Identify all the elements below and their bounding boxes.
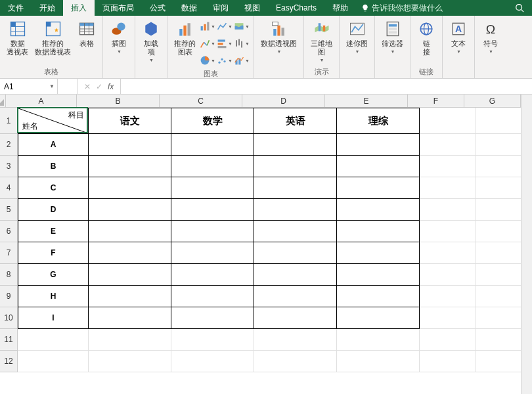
cell[interactable] bbox=[476, 199, 521, 221]
cell[interactable] bbox=[476, 242, 521, 264]
row-header[interactable]: 2 bbox=[0, 134, 18, 156]
cell[interactable] bbox=[337, 264, 420, 286]
cell[interactable]: C bbox=[18, 177, 89, 199]
cell[interactable]: A bbox=[18, 134, 89, 156]
cell[interactable]: H bbox=[18, 286, 89, 307]
cell[interactable] bbox=[476, 351, 521, 372]
cell[interactable] bbox=[254, 264, 337, 286]
column-header[interactable]: A bbox=[6, 95, 77, 108]
cell[interactable] bbox=[420, 221, 476, 242]
cell[interactable] bbox=[254, 177, 337, 199]
chart-scatter-button[interactable]: ▼ bbox=[217, 53, 233, 68]
cell[interactable] bbox=[254, 221, 337, 242]
cell[interactable] bbox=[18, 329, 89, 351]
menu-review[interactable]: 审阅 bbox=[205, 0, 236, 16]
column-header[interactable]: G bbox=[464, 95, 521, 108]
cancel-icon[interactable]: ✕ bbox=[84, 82, 91, 91]
cell[interactable] bbox=[420, 156, 476, 177]
cell[interactable] bbox=[476, 286, 521, 307]
cell[interactable] bbox=[337, 177, 420, 199]
cell[interactable] bbox=[89, 329, 171, 351]
cell[interactable] bbox=[254, 307, 337, 329]
menu-file[interactable]: 文件 bbox=[0, 0, 32, 16]
cell[interactable] bbox=[171, 351, 254, 372]
cell[interactable] bbox=[89, 264, 171, 286]
cell[interactable] bbox=[476, 264, 521, 286]
vertical-scrollbar[interactable] bbox=[521, 95, 532, 394]
cell[interactable] bbox=[420, 307, 476, 329]
sparklines-button[interactable]: 迷你图 ▼ bbox=[344, 18, 370, 55]
grid-body[interactable]: 科目姓名语文数学英语理综ABCDEFGHI bbox=[18, 108, 521, 394]
cell[interactable]: B bbox=[18, 156, 89, 177]
column-header[interactable]: D bbox=[242, 95, 325, 108]
row-header[interactable]: 11 bbox=[0, 329, 18, 351]
cell[interactable] bbox=[171, 221, 254, 242]
search-icon[interactable] bbox=[507, 0, 532, 16]
cell[interactable] bbox=[420, 264, 476, 286]
column-header[interactable]: F bbox=[408, 95, 464, 108]
cell[interactable] bbox=[254, 286, 337, 307]
formula-bar-input[interactable] bbox=[121, 79, 532, 94]
cell[interactable] bbox=[171, 307, 254, 329]
cell[interactable] bbox=[420, 351, 476, 372]
chart-map-button[interactable]: ▼ bbox=[234, 18, 250, 34]
pivot-chart-button[interactable]: 数据透视图 ▼ bbox=[258, 18, 299, 55]
cell[interactable] bbox=[171, 286, 254, 307]
cell[interactable] bbox=[337, 242, 420, 264]
cell[interactable] bbox=[476, 221, 521, 242]
cell[interactable]: 语文 bbox=[89, 108, 171, 134]
cell[interactable] bbox=[89, 134, 171, 156]
cell[interactable] bbox=[171, 156, 254, 177]
cell[interactable] bbox=[420, 329, 476, 351]
cell[interactable] bbox=[89, 351, 171, 372]
cell[interactable] bbox=[89, 177, 171, 199]
cell[interactable] bbox=[337, 221, 420, 242]
row-header[interactable]: 3 bbox=[0, 156, 18, 177]
fx-icon[interactable]: fx bbox=[108, 82, 114, 91]
menu-formulas[interactable]: 公式 bbox=[142, 0, 173, 16]
cell[interactable] bbox=[337, 307, 420, 329]
cell[interactable] bbox=[89, 286, 171, 307]
cell[interactable] bbox=[171, 134, 254, 156]
cell[interactable] bbox=[171, 199, 254, 221]
cell[interactable] bbox=[476, 177, 521, 199]
chart-bar-button[interactable]: ▼ bbox=[217, 35, 233, 51]
row-header[interactable]: 6 bbox=[0, 221, 18, 242]
cell[interactable] bbox=[89, 221, 171, 242]
cell[interactable] bbox=[254, 329, 337, 351]
cell[interactable] bbox=[337, 351, 420, 372]
cell[interactable] bbox=[476, 307, 521, 329]
text-button[interactable]: A 文本 ▼ bbox=[447, 18, 470, 55]
cell[interactable] bbox=[18, 351, 89, 372]
cell[interactable]: F bbox=[18, 242, 89, 264]
cell[interactable] bbox=[89, 242, 171, 264]
cell[interactable]: I bbox=[18, 307, 89, 329]
select-all-corner[interactable] bbox=[0, 95, 6, 108]
chart-combo-button[interactable]: ▼ bbox=[234, 53, 250, 68]
cell[interactable] bbox=[337, 329, 420, 351]
cell[interactable] bbox=[171, 242, 254, 264]
cell[interactable]: E bbox=[18, 221, 89, 242]
cell[interactable] bbox=[420, 286, 476, 307]
cell[interactable] bbox=[476, 134, 521, 156]
slicer-button[interactable]: 筛选器 ▼ bbox=[379, 18, 406, 55]
cell[interactable] bbox=[337, 286, 420, 307]
cell[interactable] bbox=[171, 329, 254, 351]
menu-data[interactable]: 数据 bbox=[173, 0, 205, 16]
illustrations-button[interactable]: 插图 ▼ bbox=[107, 18, 131, 55]
row-header[interactable]: 12 bbox=[0, 351, 18, 372]
cell[interactable] bbox=[171, 177, 254, 199]
cell[interactable] bbox=[337, 199, 420, 221]
table-button[interactable]: 表格 bbox=[75, 18, 99, 49]
3d-map-button[interactable]: 三维地 图 ▼ bbox=[308, 18, 335, 64]
cell[interactable] bbox=[420, 199, 476, 221]
menu-home[interactable]: 开始 bbox=[32, 0, 63, 16]
column-header[interactable]: E bbox=[325, 95, 408, 108]
cell[interactable] bbox=[254, 199, 337, 221]
menu-pagelayout[interactable]: 页面布局 bbox=[95, 0, 142, 16]
tell-me-search[interactable]: 告诉我你想要做什么 bbox=[356, 0, 448, 16]
row-header[interactable]: 7 bbox=[0, 242, 18, 264]
menu-help[interactable]: 帮助 bbox=[324, 0, 356, 16]
chart-column-button[interactable]: ▼ bbox=[200, 18, 215, 34]
cell[interactable] bbox=[337, 156, 420, 177]
